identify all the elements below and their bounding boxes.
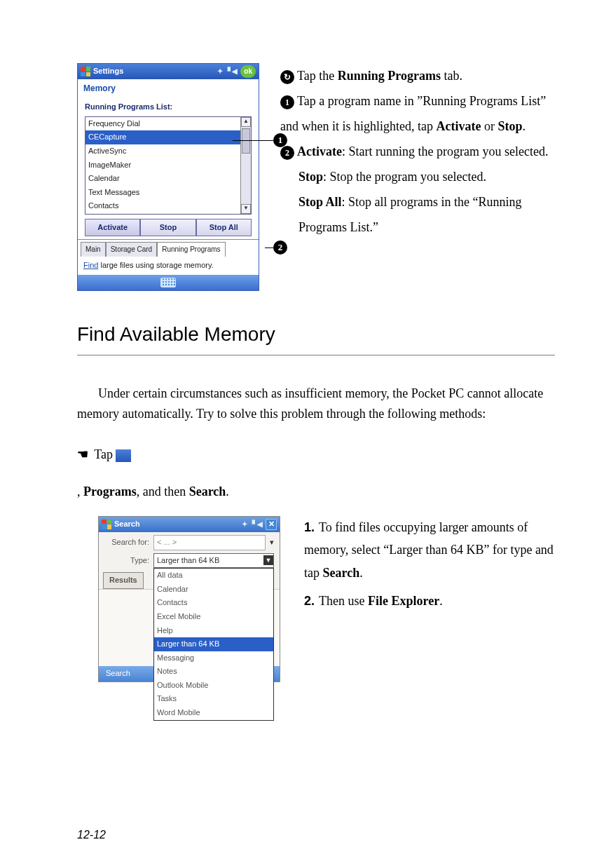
search-for-input[interactable]: < ... >: [153, 535, 266, 550]
dropdown-arrow-icon[interactable]: ▾: [270, 536, 274, 549]
callout-1: 1: [233, 133, 287, 147]
stop-all-button[interactable]: Stop All: [196, 219, 252, 237]
keyboard-icon[interactable]: [160, 278, 176, 287]
top-instructions: ↻Tap the Running Programs tab. 1Tap a pr…: [280, 63, 555, 291]
dropdown-option[interactable]: Calendar: [154, 583, 273, 597]
list-item[interactable]: ImageMaker: [85, 158, 240, 172]
stop-button[interactable]: Stop: [140, 219, 195, 237]
type-label: Type:: [104, 555, 149, 567]
dropdown-option[interactable]: Contacts: [154, 596, 273, 610]
tap-instruction: ☚ Tap: [77, 445, 555, 465]
running-programs-label: Running Programs List:: [78, 97, 259, 116]
list-item[interactable]: Text Messages: [85, 186, 240, 200]
ok-button[interactable]: ok: [240, 65, 256, 78]
titlebar-settings: Settings ✦ ▝ ◀ ok: [78, 64, 259, 79]
dropdown-option[interactable]: All data: [154, 569, 273, 583]
list-scrollbar[interactable]: ▲ ▼: [240, 117, 251, 214]
body-paragraph: Under certain circumstances such as insu…: [77, 384, 555, 424]
windows-flag-icon: [102, 520, 111, 529]
tab-main[interactable]: Main: [81, 242, 106, 257]
find-large-files-link[interactable]: Find large files using storage memory.: [78, 257, 259, 275]
list-item[interactable]: ActiveSync: [85, 144, 240, 158]
pointer-icon: ☚: [77, 445, 88, 465]
bullet-2-icon: 2: [280, 146, 294, 160]
results-tab[interactable]: Results: [103, 572, 144, 589]
find-link[interactable]: Find: [83, 261, 98, 269]
dropdown-option[interactable]: Help: [154, 624, 273, 638]
windows-flag-icon: [81, 67, 90, 76]
scroll-down-icon[interactable]: ▼: [241, 204, 251, 214]
tab-storage-card[interactable]: Storage Card: [106, 242, 157, 257]
search-window: Search ✦ ▝ ◀ ✕ Search for: < ... > ▾ Typ…: [98, 516, 280, 682]
list-item[interactable]: Contacts: [85, 199, 240, 213]
dropdown-option[interactable]: Larger than 64 KB: [154, 637, 273, 651]
close-icon[interactable]: ✕: [266, 519, 277, 530]
list-item[interactable]: Tasks: [85, 213, 240, 214]
tray-icons: ✦ ▝ ◀: [217, 66, 238, 77]
dropdown-option[interactable]: Outlook Mobile: [154, 679, 273, 693]
running-programs-list[interactable]: Frequency DialCECaptureActiveSyncImageMa…: [85, 116, 252, 215]
scroll-up-icon[interactable]: ▲: [241, 117, 251, 127]
search-for-label: Search for:: [104, 536, 149, 549]
sip-bar: [78, 275, 259, 290]
type-select[interactable]: Larger than 64 KB ▼: [153, 553, 274, 569]
start-logo-icon: [116, 449, 131, 462]
tray-icons: ✦ ▝ ◀: [242, 519, 263, 530]
activate-button[interactable]: Activate: [85, 219, 140, 237]
chevron-down-icon[interactable]: ▼: [263, 555, 273, 565]
dropdown-option[interactable]: Word Mobile: [154, 706, 273, 720]
dropdown-option[interactable]: Notes: [154, 665, 273, 679]
list-item[interactable]: Calendar: [85, 172, 240, 186]
dropdown-option[interactable]: Tasks: [154, 692, 273, 706]
window-title: Settings: [93, 65, 214, 78]
page-number: 12-12: [77, 826, 106, 844]
soft-key-search[interactable]: Search: [106, 667, 130, 680]
list-item[interactable]: Frequency Dial: [85, 117, 240, 131]
renew-icon: ↻: [280, 70, 294, 84]
section-memory: Memory: [78, 79, 259, 97]
tab-row: Main Storage Card Running Programs: [78, 239, 259, 257]
bullet-1-icon: 1: [280, 95, 294, 109]
settings-memory-window: Settings ✦ ▝ ◀ ok Memory Running Program…: [77, 63, 259, 291]
dropdown-option[interactable]: Messaging: [154, 651, 273, 665]
titlebar-search: Search ✦ ▝ ◀ ✕: [99, 517, 280, 532]
bottom-instructions: 1.To find files occupying larger amounts…: [304, 516, 555, 618]
search-window-title: Search: [114, 518, 239, 531]
type-dropdown-list[interactable]: All dataCalendarContactsExcel MobileHelp…: [153, 568, 274, 721]
list-item[interactable]: CECapture: [85, 130, 240, 144]
section-heading: Find Available Memory: [77, 319, 555, 355]
dropdown-option[interactable]: Excel Mobile: [154, 610, 273, 624]
tab-running-programs[interactable]: Running Programs: [157, 242, 225, 257]
callout-2: 2: [265, 240, 287, 255]
